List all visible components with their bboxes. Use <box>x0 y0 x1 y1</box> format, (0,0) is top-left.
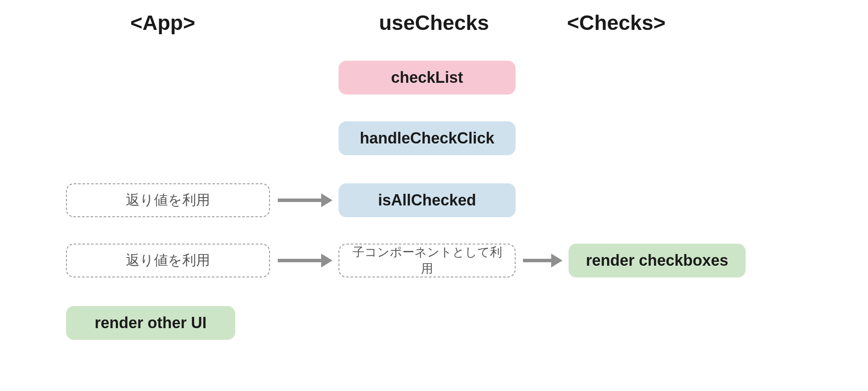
node-use-return-1: 返り値を利用 <box>66 183 270 217</box>
arrow-head-icon <box>551 254 562 267</box>
diagram-container: <App> useChecks <Checks> checkList handl… <box>0 0 868 391</box>
node-render-other-ui: render other UI <box>66 306 235 340</box>
column-header-usechecks: useChecks <box>378 11 490 35</box>
arrow-line <box>278 259 321 262</box>
node-isallchecked: isAllChecked <box>339 183 516 217</box>
column-header-checks: <Checks> <box>564 11 668 35</box>
node-render-checkboxes: render checkboxes <box>569 244 746 277</box>
node-handlecheckclick: handleCheckClick <box>339 121 516 155</box>
column-header-app: <App> <box>130 11 195 35</box>
arrow-head-icon <box>321 193 332 207</box>
arrow-return-to-isallchecked <box>278 193 332 207</box>
arrow-return-to-child <box>278 254 332 267</box>
arrow-head-icon <box>321 254 332 267</box>
node-use-as-child: 子コンポーネントとして利用 <box>339 244 516 277</box>
arrow-child-to-render <box>523 254 562 267</box>
arrow-line <box>278 199 321 202</box>
node-use-return-2: 返り値を利用 <box>66 244 270 277</box>
node-checklist: checkList <box>339 61 516 94</box>
arrow-line <box>523 259 551 262</box>
